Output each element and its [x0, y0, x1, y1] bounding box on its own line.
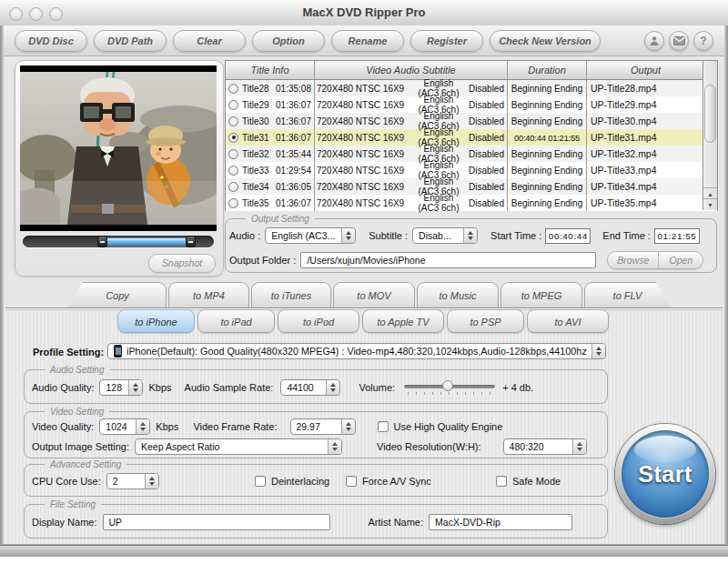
title-radio[interactable]	[228, 116, 238, 126]
trim-end-handle[interactable]	[186, 236, 196, 247]
title-radio[interactable]	[228, 166, 238, 176]
title-radio[interactable]	[228, 133, 238, 143]
profile-select[interactable]: iPhone(Default): Good Quality(480x320 MP…	[107, 343, 606, 359]
output-folder-field[interactable]: /Users/xujun/Movies/iPhone	[300, 252, 596, 268]
tab-to-mov[interactable]: to MOV	[333, 282, 415, 307]
browse-button[interactable]: Browse	[608, 252, 658, 268]
stepper-updown-icon[interactable]	[128, 380, 142, 395]
start-button[interactable]: Start	[615, 424, 715, 524]
toolbar-button-register[interactable]: Register	[410, 30, 483, 52]
output-filename: UP-Title35.mp4	[587, 195, 704, 211]
tab-to-itunes[interactable]: to iTunes	[251, 282, 331, 307]
slider-thumb[interactable]	[442, 380, 453, 391]
safe-mode-checkbox[interactable]	[496, 476, 507, 487]
tab-to-ipod[interactable]: to iPod	[278, 309, 359, 333]
toolbar-button-dvd-path[interactable]: DVD Path	[94, 30, 167, 52]
table-row-title29[interactable]: Title2901:36:07720X480 NTSC 16X9English …	[226, 96, 717, 113]
toolbar-button-clear[interactable]: Clear	[173, 30, 246, 52]
toolbar-button-dvd-disc[interactable]: DVD Disc	[15, 30, 87, 52]
open-button[interactable]: Open	[658, 252, 703, 268]
table-row-title32[interactable]: Title3201:35:44720X480 NTSC 16X9English …	[226, 146, 717, 162]
audio-select[interactable]: English (AC3...	[265, 227, 356, 244]
user-icon[interactable]	[644, 31, 664, 51]
cpu-core-label: CPU Core Use:	[32, 476, 101, 487]
column-video-audio-subtitle[interactable]: Video Audio Subtitle	[315, 61, 508, 79]
title-name: Title31	[242, 133, 269, 143]
desktop-strip	[0, 557, 728, 564]
artist-name-field[interactable]: MacX-DVD-Rip	[429, 514, 572, 530]
file-setting-group: File Setting Display Name: UP Artist Nam…	[24, 504, 608, 539]
table-row-title35[interactable]: Title3501:36:07720X480 NTSC 16X9English …	[226, 195, 717, 211]
title-length: 01:36:05	[276, 182, 314, 192]
volume-label: Volume:	[359, 382, 395, 393]
image-setting-select[interactable]: Keep Aspect Ratio	[135, 438, 342, 455]
cpu-core-select[interactable]: 2	[106, 473, 159, 489]
column-title-info[interactable]: Title Info	[226, 61, 315, 79]
table-row-title31[interactable]: Title3101:36:07720X480 NTSC 16X9English …	[226, 129, 717, 146]
table-row-title33[interactable]: Title3301:29:54720X480 NTSC 16X9English …	[226, 162, 717, 178]
title-radio[interactable]	[228, 182, 238, 192]
duration-cell: Beginning Ending	[508, 113, 587, 129]
tab-to-flv[interactable]: to FLV	[584, 282, 671, 307]
end-time-field[interactable]: 01:21:55	[654, 228, 700, 244]
title-radio[interactable]	[228, 198, 238, 208]
resolution-select[interactable]: 480:320	[503, 438, 587, 455]
duration-cell: Beginning Ending	[508, 80, 587, 96]
mail-icon[interactable]	[669, 31, 689, 51]
title-length: 01:36:07	[276, 133, 314, 143]
subtitle-state: Disabled	[462, 198, 507, 208]
tab-to-mp4[interactable]: to MP4	[168, 282, 249, 307]
trim-start-handle[interactable]	[97, 236, 107, 247]
title-radio[interactable]	[228, 100, 238, 110]
snapshot-button[interactable]: Snapshot	[148, 254, 216, 273]
tab-to-ipad[interactable]: to iPad	[197, 309, 275, 333]
title-length: 01:36:07	[276, 116, 314, 126]
display-name-field[interactable]: UP	[103, 514, 330, 530]
title-radio[interactable]	[228, 149, 238, 159]
title-radio[interactable]	[228, 84, 238, 94]
table-row-title30[interactable]: Title3001:36:07720X480 NTSC 16X9English …	[226, 113, 717, 129]
toolbar-button-rename[interactable]: Rename	[331, 30, 404, 52]
column-duration[interactable]: Duration	[508, 61, 587, 79]
frame-rate-label: Video Frame Rate:	[193, 421, 277, 432]
column-output[interactable]: Output	[587, 61, 704, 79]
output-filename: UP-Title34.mp4	[587, 178, 704, 195]
deinterlacing-checkbox[interactable]	[255, 476, 266, 487]
table-row-title34[interactable]: Title3401:36:05720X480 NTSC 16X9English …	[226, 178, 717, 195]
high-quality-checkbox[interactable]	[378, 421, 389, 432]
video-quality-stepper[interactable]: 1024	[99, 418, 150, 435]
toolbar-button-check-new-version[interactable]: Check New Version	[490, 30, 601, 52]
stepper-updown-icon[interactable]	[136, 419, 149, 434]
force-a-v-sync-checkbox[interactable]	[346, 476, 357, 487]
tab-to-apple-tv[interactable]: to Apple TV	[362, 309, 444, 333]
scrollbar-thumb[interactable]	[704, 85, 716, 143]
help-icon[interactable]: ?	[693, 31, 713, 51]
tab-to-iphone[interactable]: to iPhone	[117, 309, 195, 333]
video-preview-panel: Snapshot	[15, 60, 224, 277]
video-format: 720X480 NTSC 16X9	[315, 198, 415, 208]
title-length: 01:36:07	[276, 198, 314, 208]
high-quality-label: Use High Quality Engine	[394, 421, 503, 432]
tab-to-avi[interactable]: to AVI	[527, 309, 609, 333]
toolbar-button-option[interactable]: Option	[252, 30, 325, 52]
tab-to-music[interactable]: to Music	[417, 282, 499, 307]
start-time-field[interactable]: 00:40:44	[545, 228, 591, 244]
video-format: 720X480 NTSC 16X9	[315, 116, 415, 126]
subtitle-select[interactable]: Disab...	[412, 227, 478, 244]
table-scrollbar[interactable]: ▲ ▼	[703, 61, 717, 210]
sample-rate-select[interactable]: 44100	[280, 379, 340, 396]
tab-to-mpeg[interactable]: to MPEG	[500, 282, 582, 307]
tab-to-psp[interactable]: to PSP	[447, 309, 524, 333]
video-format: 720X480 NTSC 16X9	[315, 84, 415, 94]
tab-copy[interactable]: Copy	[68, 282, 167, 307]
video-format: 720X480 NTSC 16X9	[315, 182, 415, 192]
table-row-title28[interactable]: Title2801:35:08720X480 NTSC 16X9English …	[226, 80, 717, 96]
audio-quality-stepper[interactable]: 128	[99, 379, 143, 396]
volume-slider[interactable]	[404, 380, 495, 395]
title-table: Title Info Video Audio Subtitle Duration…	[225, 60, 718, 211]
trim-slider[interactable]	[23, 236, 214, 247]
frame-rate-select[interactable]: 29.97	[290, 418, 356, 435]
subtitle-state: Disabled	[462, 182, 507, 192]
video-setting-group: Video Setting Video Quality: 1024 Kbps V…	[24, 411, 608, 458]
scroll-down-icon[interactable]: ▼	[703, 198, 717, 210]
